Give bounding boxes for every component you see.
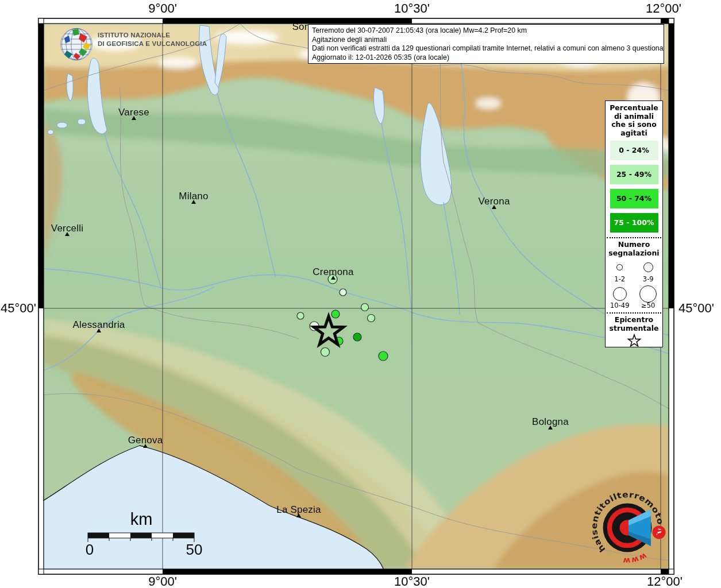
legend-count-item: 10-49	[606, 285, 634, 311]
scalebar-unit-label: km	[130, 510, 153, 529]
scalebar-start-label: 0	[86, 541, 94, 559]
count-label: 10-49	[606, 302, 634, 310]
ingv-name-line2: DI GEOFISICA E VULCANOLOGIA	[98, 40, 207, 48]
legend-class-swatch: 0 - 24%	[610, 141, 658, 160]
scalebar-end-label: 50	[186, 541, 203, 559]
report-point	[368, 315, 375, 322]
legend-title-line: Percentuale	[606, 104, 662, 113]
legend-title-line: agitati	[606, 129, 662, 138]
report-point	[328, 274, 337, 284]
legend-counts-title-line: segnalazioni	[606, 249, 662, 258]
count-label: 3-9	[634, 276, 663, 283]
count-label: 1-2	[606, 276, 634, 283]
event-data-note: Dati non verificati estratti da 129 ques…	[312, 44, 660, 53]
legend-panel: Percentuale di animali che si sono agita…	[605, 100, 663, 347]
legend-divider	[607, 237, 661, 238]
count-circle-icon	[643, 262, 653, 272]
ingv-wordmark: ISTITUTO NAZIONALE DI GEOFISICA E VULCAN…	[98, 31, 207, 48]
legend-class-swatch: 50 - 74%	[610, 189, 658, 208]
event-updated: Aggiornato il: 12-01-2026 05:35 (ora loc…	[312, 53, 660, 63]
map-terrain: ? haisentitoilterremoto.it www.	[0, 0, 672, 570]
ingv-name-line1: ISTITUTO NAZIONALE	[98, 31, 207, 40]
site-logo-arc-suffix: .it	[655, 525, 665, 539]
report-point	[297, 312, 304, 319]
count-label: ≥50	[634, 302, 663, 310]
event-title: Terremoto del 30-07-2007 21:05:43 (ora l…	[312, 26, 660, 36]
event-subtitle: Agitazione degli animali	[312, 36, 660, 45]
legend-epicenter-title-line: Epicentro	[606, 316, 662, 324]
report-point	[361, 304, 369, 311]
report-point	[331, 310, 340, 318]
legend-epicenter-star-icon	[606, 333, 662, 347]
count-circle-icon	[616, 264, 623, 270]
legend-divider	[607, 312, 661, 314]
legend-count-item: ≥50	[634, 285, 663, 311]
legend-class-swatches: 0 - 24%25 - 49%50 - 74%75 - 100%	[606, 141, 662, 233]
legend-count-item: 3-9	[634, 258, 663, 285]
count-circle-icon	[639, 285, 657, 303]
legend-counts-title: Numero segnalazioni	[606, 241, 662, 257]
legend-counts-title-line: Numero	[606, 241, 662, 249]
legend-epicenter-title-line: strumentale	[606, 324, 662, 333]
legend-title: Percentuale di animali che si sono agita…	[606, 104, 662, 137]
legend-count-item: 1-2	[606, 258, 634, 285]
legend-class-swatch: 25 - 49%	[610, 165, 658, 184]
legend-count-symbols: 1-23-910-49≥50	[606, 258, 662, 311]
ingv-globe-icon	[60, 28, 93, 61]
legend-epicenter-title: Epicentro strumentale	[606, 316, 662, 332]
count-circle-icon	[613, 287, 627, 301]
report-point	[379, 351, 388, 361]
report-point	[353, 333, 361, 341]
legend-title-line: di animali	[606, 113, 662, 121]
ingv-logo: ISTITUTO NAZIONALE DI GEOFISICA E VULCAN…	[60, 28, 203, 63]
report-point	[321, 348, 330, 357]
macroseismic-map-page: { "info_box": { "lines": [ "Terremoto de…	[0, 0, 721, 588]
report-point	[340, 289, 346, 296]
legend-title-line: che si sono	[606, 121, 662, 129]
legend-class-swatch: 75 - 100%	[610, 213, 658, 233]
event-info-box: Terremoto del 30-07-2007 21:05:43 (ora l…	[308, 24, 664, 64]
